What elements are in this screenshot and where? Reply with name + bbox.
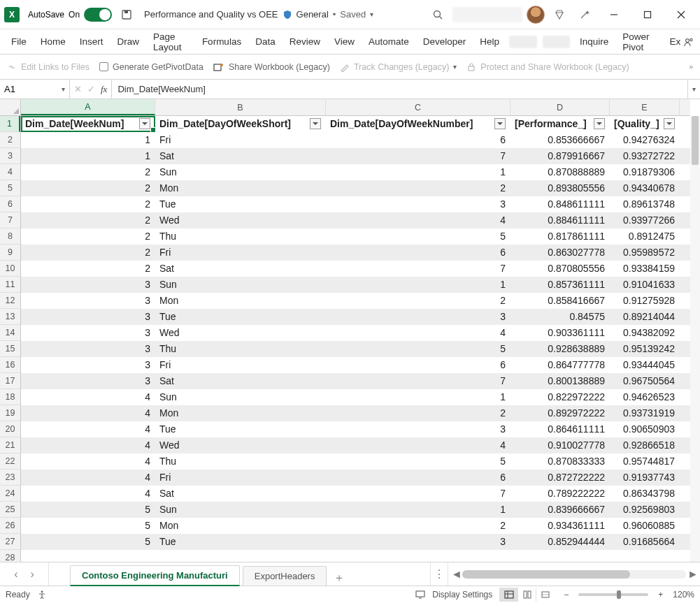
cell[interactable]: 7: [326, 148, 510, 164]
table-row[interactable]: 3Tue30.845750.89214044: [21, 309, 690, 325]
cell[interactable]: Fri: [155, 470, 326, 486]
cell[interactable]: 0.789222222: [510, 486, 610, 502]
cell[interactable]: Tue: [155, 534, 326, 550]
cell[interactable]: 1: [21, 132, 155, 148]
diamond-icon[interactable]: [549, 4, 570, 25]
cell[interactable]: Fri: [155, 357, 326, 373]
row-header[interactable]: 2: [0, 132, 20, 148]
wand-icon[interactable]: [574, 4, 595, 25]
tab-hidden-2[interactable]: [543, 36, 570, 48]
row-header[interactable]: 15: [0, 341, 20, 357]
cell[interactable]: 0.858416667: [510, 293, 610, 309]
col-header-B[interactable]: B: [155, 99, 326, 115]
tab-truncated[interactable]: Ex: [663, 29, 683, 55]
row-header[interactable]: 11: [0, 277, 20, 293]
cell[interactable]: 4: [21, 470, 155, 486]
cell[interactable]: 5: [21, 534, 155, 550]
cell[interactable]: 0.91685664: [610, 534, 680, 550]
row-header[interactable]: 12: [0, 293, 20, 309]
filter-button[interactable]: [310, 118, 321, 129]
cell[interactable]: 0.870833333: [510, 453, 610, 470]
row-header[interactable]: 26: [0, 518, 20, 534]
cell[interactable]: 0.91879306: [610, 164, 680, 180]
tab-insert[interactable]: Insert: [73, 29, 110, 55]
close-button[interactable]: [666, 4, 696, 25]
fx-icon[interactable]: fx: [101, 84, 107, 95]
row-header[interactable]: 16: [0, 357, 20, 373]
tab-draw[interactable]: Draw: [110, 29, 147, 55]
table-row[interactable]: 4Tue30.8646111110.90650903: [21, 421, 690, 437]
cell[interactable]: 0.864777778: [510, 357, 610, 373]
cell[interactable]: 0.94382092: [610, 325, 680, 341]
cell[interactable]: 0.892972222: [510, 405, 610, 421]
cell[interactable]: 2: [21, 212, 155, 228]
row-header[interactable]: 18: [0, 389, 20, 405]
col-header-E[interactable]: E: [610, 99, 680, 115]
row-header[interactable]: 4: [0, 164, 20, 180]
cell[interactable]: Sat: [155, 261, 326, 277]
avatar[interactable]: [527, 6, 545, 24]
sheet-tab-active[interactable]: Contoso Engineering Manufacturi: [70, 565, 240, 586]
horizontal-scrollbar[interactable]: ◄ ►: [448, 562, 700, 586]
sheet-next-icon[interactable]: ›: [31, 568, 34, 581]
cell[interactable]: Mon: [155, 180, 326, 196]
table-row[interactable]: 2Mon20.8938055560.94340678: [21, 180, 690, 196]
cell[interactable]: Mon: [155, 518, 326, 534]
cell[interactable]: 3: [21, 373, 155, 389]
cell[interactable]: 4: [326, 325, 510, 341]
header-daynum[interactable]: Dim_Date[DayOfWeekNumber]: [326, 116, 510, 132]
tab-data[interactable]: Data: [248, 29, 283, 55]
table-row[interactable]: 2Sun10.8708888890.91879306: [21, 164, 690, 180]
table-row[interactable]: 5Mon20.9343611110.96060885: [21, 518, 690, 534]
cell[interactable]: 3: [21, 293, 155, 309]
row-header[interactable]: 19: [0, 405, 20, 421]
autosave-toggle[interactable]: AutoSave On: [28, 8, 112, 22]
cmd-gen-pivot[interactable]: Generate GetPivotData: [99, 62, 203, 72]
table-row[interactable]: 2Fri60.8630277780.95989572: [21, 245, 690, 261]
row-header[interactable]: 17: [0, 373, 20, 389]
cell[interactable]: 0.864611111: [510, 421, 610, 437]
table-row[interactable]: 4Mon20.8929722220.93731919: [21, 405, 690, 421]
cell[interactable]: 4: [21, 486, 155, 502]
row-header[interactable]: 6: [0, 196, 20, 212]
cell[interactable]: 4: [21, 437, 155, 453]
cell[interactable]: 5: [326, 453, 510, 470]
table-row[interactable]: 2Wed40.8846111110.93977266: [21, 212, 690, 228]
cell[interactable]: 0.93977266: [610, 212, 680, 228]
cell[interactable]: 3: [21, 325, 155, 341]
cell[interactable]: 2: [21, 228, 155, 245]
cell[interactable]: Sun: [155, 502, 326, 518]
sheet-tabs-menu[interactable]: ⋮: [430, 562, 448, 586]
cell[interactable]: Sat: [155, 486, 326, 502]
cell[interactable]: 0.853666667: [510, 132, 610, 148]
cell[interactable]: 5: [326, 228, 510, 245]
table-row[interactable]: 3Mon20.8584166670.91275928: [21, 293, 690, 309]
table-row[interactable]: 4Sun10.8229722220.94626523: [21, 389, 690, 405]
row-header[interactable]: 9: [0, 245, 20, 261]
cell[interactable]: 0.910027778: [510, 437, 610, 453]
cell[interactable]: 0.89214044: [610, 309, 680, 325]
cell[interactable]: 2: [21, 245, 155, 261]
cell[interactable]: 3: [326, 309, 510, 325]
tab-power-pivot[interactable]: Power Pivot: [615, 29, 662, 55]
sheet-nav[interactable]: ‹ ›: [0, 562, 49, 586]
vertical-scrollbar[interactable]: [690, 116, 700, 562]
view-normal-icon[interactable]: [499, 588, 517, 602]
cell[interactable]: 4: [21, 421, 155, 437]
scroll-right-icon[interactable]: ►: [687, 568, 697, 581]
cell[interactable]: 3: [21, 309, 155, 325]
cell[interactable]: Tue: [155, 421, 326, 437]
table-row[interactable]: 3Thu50.9286388890.95139242: [21, 341, 690, 357]
cell[interactable]: 3: [326, 196, 510, 212]
cell[interactable]: 2: [326, 405, 510, 421]
cells[interactable]: Dim_Date[WeekNum] Dim_Date[DayOfWeekShor…: [21, 116, 690, 562]
cell[interactable]: 2: [21, 196, 155, 212]
cell[interactable]: 0.93384159: [610, 261, 680, 277]
cell[interactable]: 0.93444045: [610, 357, 680, 373]
share-icon[interactable]: [682, 36, 696, 48]
row-header[interactable]: 22: [0, 453, 20, 470]
row-header[interactable]: 1: [0, 116, 20, 132]
cell[interactable]: 0.852944444: [510, 534, 610, 550]
row-header[interactable]: 3: [0, 148, 20, 164]
name-box[interactable]: A1 ▾: [0, 80, 70, 99]
